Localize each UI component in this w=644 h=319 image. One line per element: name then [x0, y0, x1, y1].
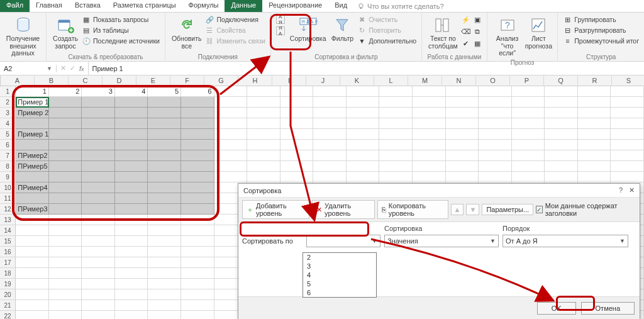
- cell[interactable]: [280, 86, 314, 97]
- cell[interactable]: [82, 236, 115, 247]
- cell[interactable]: [148, 182, 181, 193]
- cell[interactable]: [347, 150, 380, 161]
- cell[interactable]: [115, 215, 148, 225]
- cell[interactable]: [313, 140, 347, 150]
- row-header[interactable]: 11: [0, 193, 16, 204]
- cell[interactable]: [181, 268, 214, 279]
- cell[interactable]: [115, 247, 148, 257]
- row-header[interactable]: 2: [0, 97, 16, 108]
- dropdown-option[interactable]: 6: [303, 288, 376, 297]
- cell[interactable]: ПРимер2: [16, 150, 49, 161]
- cell[interactable]: [148, 97, 181, 108]
- cell[interactable]: [49, 204, 82, 215]
- cell[interactable]: [545, 97, 578, 108]
- filter-button[interactable]: Фильтр: [328, 14, 356, 44]
- cell[interactable]: [446, 161, 479, 172]
- row-header[interactable]: 6: [0, 140, 16, 150]
- cell[interactable]: [16, 279, 49, 289]
- column-header[interactable]: H: [238, 76, 272, 86]
- cell[interactable]: [181, 289, 214, 300]
- cell[interactable]: [247, 150, 280, 161]
- cell[interactable]: ПРимер5: [16, 161, 49, 172]
- cell[interactable]: [611, 118, 644, 129]
- tab-layout[interactable]: Разметка страницы: [107, 0, 182, 12]
- cell[interactable]: [578, 108, 611, 118]
- cell[interactable]: [247, 129, 280, 140]
- column-header[interactable]: Q: [544, 76, 578, 86]
- cell[interactable]: [181, 193, 214, 204]
- move-up-button[interactable]: ▲: [451, 204, 464, 215]
- cell[interactable]: [611, 86, 644, 97]
- cell[interactable]: [181, 311, 214, 319]
- column-header[interactable]: B: [35, 76, 69, 86]
- row-header[interactable]: 14: [0, 225, 16, 236]
- cell[interactable]: [479, 172, 512, 182]
- cell[interactable]: [181, 182, 214, 193]
- tab-data[interactable]: Данные: [225, 0, 262, 12]
- cell[interactable]: [413, 150, 446, 161]
- cell[interactable]: [49, 279, 82, 289]
- cell[interactable]: [578, 140, 611, 150]
- row-header[interactable]: 12: [0, 204, 16, 215]
- close-icon[interactable]: ✕: [629, 186, 635, 194]
- row-header[interactable]: 9: [0, 172, 16, 182]
- column-header[interactable]: K: [340, 76, 374, 86]
- cell[interactable]: [49, 172, 82, 182]
- tab-review[interactable]: Рецензирование: [262, 0, 328, 12]
- row-header[interactable]: 16: [0, 247, 16, 257]
- cell[interactable]: [115, 140, 148, 150]
- cell[interactable]: [280, 118, 314, 129]
- row-header[interactable]: 18: [0, 268, 16, 279]
- cell[interactable]: [82, 108, 115, 118]
- cell[interactable]: [545, 161, 578, 172]
- cell[interactable]: [115, 172, 148, 182]
- cell[interactable]: [49, 150, 82, 161]
- clear-button[interactable]: ✖Очистить: [356, 14, 418, 25]
- cell[interactable]: [479, 150, 512, 161]
- cell[interactable]: [413, 140, 446, 150]
- sort-on-combo[interactable]: Значения▼: [384, 235, 499, 247]
- cell[interactable]: [247, 97, 280, 108]
- cell[interactable]: [82, 247, 115, 257]
- edit-links-button[interactable]: ⛓Изменить связи: [204, 36, 266, 46]
- cell[interactable]: [16, 172, 49, 182]
- cell[interactable]: [611, 150, 644, 161]
- cell[interactable]: [181, 225, 214, 236]
- cell[interactable]: [181, 118, 214, 129]
- cell[interactable]: [545, 108, 578, 118]
- cell[interactable]: [49, 118, 82, 129]
- cell[interactable]: [148, 118, 181, 129]
- cell[interactable]: [611, 108, 644, 118]
- cell[interactable]: [214, 161, 248, 172]
- cell[interactable]: [379, 150, 413, 161]
- row-header[interactable]: 22: [0, 311, 16, 319]
- cell[interactable]: [181, 161, 214, 172]
- cell[interactable]: [313, 150, 347, 161]
- row-header[interactable]: 5: [0, 129, 16, 140]
- cell[interactable]: [214, 129, 248, 140]
- cell[interactable]: [578, 129, 611, 140]
- cell[interactable]: [545, 172, 578, 182]
- cell[interactable]: [247, 118, 280, 129]
- row-header[interactable]: 3: [0, 108, 16, 118]
- formula-input[interactable]: Пример 1: [89, 65, 644, 72]
- cell[interactable]: [49, 311, 82, 319]
- cell[interactable]: [413, 108, 446, 118]
- cell[interactable]: [446, 108, 479, 118]
- flash-fill-button[interactable]: ⚡: [460, 14, 472, 25]
- cell[interactable]: [479, 140, 512, 150]
- cell[interactable]: [379, 140, 413, 150]
- group-rows-button[interactable]: ⊞Группировать: [562, 14, 640, 25]
- cell[interactable]: 4: [115, 86, 148, 97]
- column-header[interactable]: S: [612, 76, 644, 86]
- cell[interactable]: [115, 193, 148, 204]
- cell[interactable]: [247, 172, 280, 182]
- help-icon[interactable]: ?: [619, 186, 623, 194]
- column-header[interactable]: F: [170, 76, 204, 86]
- row-header[interactable]: 20: [0, 289, 16, 300]
- cell[interactable]: [115, 236, 148, 247]
- cell[interactable]: [313, 161, 347, 172]
- sort-column-combo[interactable]: ▼: [306, 235, 380, 247]
- cell[interactable]: [49, 268, 82, 279]
- manage-model-button[interactable]: ▦: [472, 38, 483, 48]
